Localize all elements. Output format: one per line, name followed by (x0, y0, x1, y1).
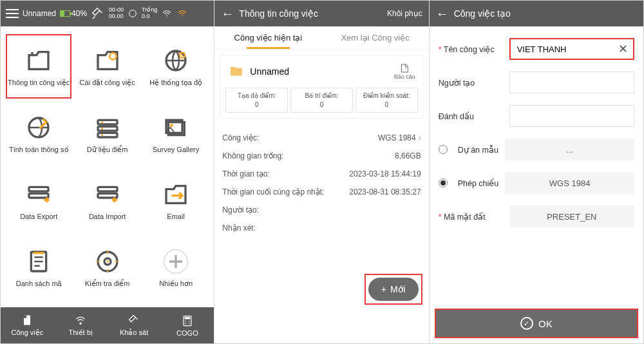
app-point-data[interactable]: Dữ liệu điểm (74, 101, 140, 166)
stat-row: Tọa độ điểm:0Bố trí điểm:0Điểm kiểm soát… (225, 88, 417, 113)
calc-icon (181, 314, 194, 327)
app-label: Danh sách mã (16, 280, 62, 287)
ok-button[interactable]: ✓ OK (436, 310, 637, 337)
target-icon (128, 8, 138, 19)
header-job-info: ← Thông tin công việc Khôi phục (214, 1, 428, 26)
status-empty: Trống 0.0 (142, 7, 157, 20)
svg-point-14 (170, 124, 173, 127)
label-projection: Phép chiếu (458, 178, 499, 188)
radio-projection[interactable] (439, 178, 448, 187)
restore-button[interactable]: Khôi phục (387, 9, 422, 18)
app-export[interactable]: Data Export (6, 168, 71, 233)
app-label: Data Import (89, 213, 126, 220)
app-coord-system[interactable]: Hệ thống tọa độ (143, 34, 209, 99)
tab-current-job[interactable]: Công việc hiện tại (214, 26, 321, 50)
svg-point-9 (101, 121, 103, 123)
new-button-highlight: + Mới (365, 274, 422, 305)
input-job-name[interactable]: VIET THANH ✕ (509, 38, 634, 60)
app-label: Data Export (20, 213, 57, 220)
survey-icon (128, 314, 140, 327)
svg-rect-17 (98, 187, 117, 191)
app-gallery[interactable]: Survey Gallery (143, 101, 209, 166)
svg-rect-20 (33, 252, 44, 254)
email-icon (160, 180, 191, 209)
nav-survey[interactable]: Khảo sát (108, 307, 161, 343)
folder-icon (228, 64, 245, 79)
doc-icon (21, 314, 33, 327)
app-import[interactable]: Data Import (74, 168, 140, 233)
detail-row: Không gian trống:8,66GB (222, 147, 421, 165)
app-job-settings[interactable]: Cài đặt công việc (74, 34, 140, 99)
battery-status: 40% (60, 9, 87, 18)
value-ground-code[interactable]: PRESET_EN (509, 205, 634, 227)
svg-rect-6 (98, 120, 117, 124)
header-title: Công việc tạo (454, 8, 511, 19)
stat-box: Bố trí điểm:0 (290, 88, 353, 113)
job-info-icon (23, 46, 54, 75)
app-code-list[interactable]: Danh sách mã (6, 235, 71, 300)
input-mark[interactable] (509, 105, 634, 127)
check-point-icon (92, 247, 123, 276)
plus-icon: + (381, 284, 386, 294)
svg-rect-8 (98, 133, 117, 137)
app-label: Hệ thống tọa độ (149, 79, 202, 87)
detail-row: Thời gian cuối cùng cập nhật:2023-08-31 … (222, 183, 421, 201)
app-job-info[interactable]: Thông tin công việc (6, 34, 71, 99)
app-more[interactable]: Nhiều hơn (143, 235, 209, 300)
ok-highlight: ✓ OK (435, 309, 638, 338)
import-icon (92, 180, 123, 209)
bottom-nav: Công việcThiết bịKhảo sátCOGO (1, 307, 214, 343)
export-icon (23, 180, 54, 209)
svg-point-11 (101, 134, 103, 136)
code-list-icon (23, 247, 54, 276)
app-email[interactable]: Email (143, 168, 209, 233)
topbar-title: Unnamed (23, 9, 56, 18)
tab-review-job[interactable]: Xem lại Công việc (322, 26, 429, 50)
radio-sample-project[interactable] (439, 145, 448, 154)
job-name: Unnamed (250, 66, 388, 77)
signal-icon-1 (161, 8, 173, 19)
menu-icon[interactable] (6, 9, 19, 18)
back-icon[interactable]: ← (221, 6, 234, 21)
app-check-point[interactable]: Kiểm tra điểm (74, 235, 140, 300)
svg-point-0 (129, 10, 137, 17)
svg-rect-26 (24, 316, 26, 318)
gallery-icon (160, 113, 191, 142)
detail-row[interactable]: Công việc:WGS 1984› (222, 129, 421, 147)
app-label: Cài đặt công việc (80, 79, 135, 87)
battery-icon (60, 10, 70, 17)
report-icon (399, 63, 410, 73)
label-creator: Người tạo (439, 78, 503, 88)
status-sat: 00-00 00.00 (109, 7, 124, 20)
report-button[interactable]: Báo cáo (394, 63, 415, 80)
job-details: Công việc:WGS 1984›Không gian trống:8,66… (214, 124, 428, 242)
back-icon[interactable]: ← (436, 6, 449, 21)
input-creator[interactable] (509, 72, 634, 93)
value-sample[interactable]: ... (505, 139, 634, 160)
detail-row: Nhận xét: (222, 219, 421, 237)
stat-box: Điểm kiểm soát:0 (355, 88, 418, 113)
svg-point-23 (106, 260, 108, 262)
header-create-job: ← Công việc tạo (430, 1, 643, 26)
app-label: Survey Gallery (153, 146, 199, 153)
svg-rect-29 (185, 317, 190, 319)
svg-point-10 (101, 128, 103, 129)
detail-row: Thời gian tạo:2023-03-18 15:44:19 (222, 165, 421, 183)
app-label: Tính toán thông số (9, 146, 69, 154)
battery-percent: 40% (71, 9, 87, 18)
nav-doc[interactable]: Công việc (1, 307, 54, 343)
create-job-form: Tên công việc VIET THANH ✕ Người tạo Đán… (430, 26, 643, 239)
svg-rect-16 (29, 193, 48, 198)
value-projection[interactable]: WGS 1984 (505, 172, 634, 194)
svg-point-32 (185, 323, 187, 324)
new-button[interactable]: + Mới (368, 278, 419, 301)
app-label: Email (167, 213, 185, 220)
nav-calc[interactable]: COGO (160, 307, 214, 343)
antenna-icon (74, 314, 87, 327)
clear-icon[interactable]: ✕ (618, 42, 628, 56)
app-calc-param[interactable]: Tính toán thông số (6, 101, 71, 166)
chevron-right-icon: › (419, 133, 421, 142)
nav-antenna[interactable]: Thiết bị (54, 307, 108, 343)
svg-point-27 (80, 322, 82, 324)
satellite-icon (91, 6, 105, 21)
